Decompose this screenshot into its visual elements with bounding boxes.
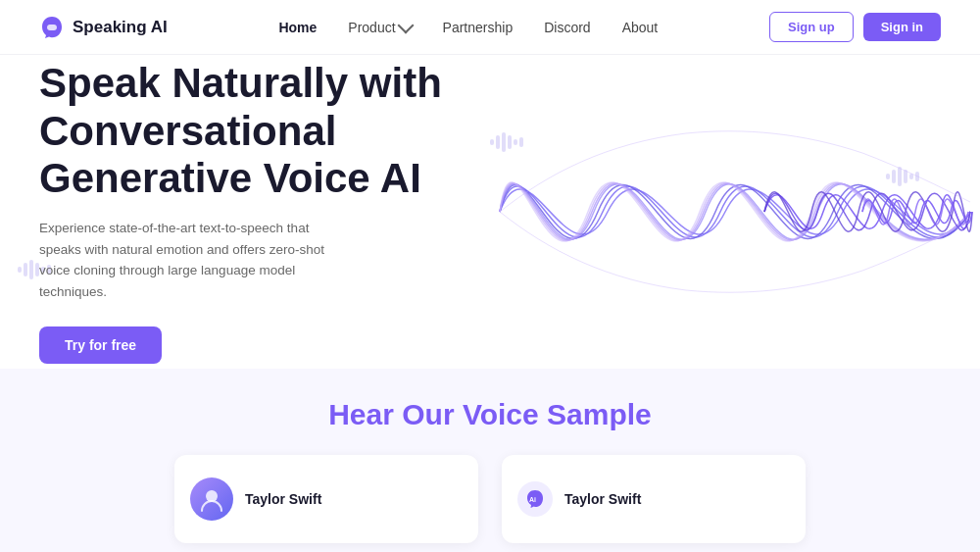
nav-about[interactable]: About bbox=[622, 20, 659, 35]
signup-button[interactable]: Sign up bbox=[769, 12, 854, 42]
hero-section: Speak Naturally with Conversational Gene… bbox=[0, 55, 980, 369]
nav-discord[interactable]: Discord bbox=[544, 20, 590, 35]
voice-cards-row: Taylor Swift Ai Taylor Swift bbox=[39, 455, 941, 543]
card-1-name: Taylor Swift bbox=[245, 491, 321, 507]
voice-card-1[interactable]: Taylor Swift bbox=[174, 455, 478, 543]
logo-icon bbox=[39, 15, 65, 40]
logo[interactable]: Speaking AI bbox=[39, 15, 168, 40]
navbar: Speaking AI Home Product Partnership Dis… bbox=[0, 0, 980, 55]
card-2-name: Taylor Swift bbox=[564, 491, 641, 507]
try-free-button[interactable]: Try for free bbox=[39, 326, 162, 364]
svg-rect-13 bbox=[24, 263, 27, 276]
hero-title: Speak Naturally with Conversational Gene… bbox=[39, 60, 510, 202]
svg-rect-14 bbox=[29, 260, 33, 279]
nav-product[interactable]: Product bbox=[348, 20, 411, 35]
nav-actions: Sign up Sign in bbox=[769, 12, 941, 42]
card-1-info: Taylor Swift bbox=[245, 491, 321, 507]
hero-content: Speak Naturally with Conversational Gene… bbox=[39, 60, 510, 363]
voice-section-title: Hear Our Voice Sample bbox=[39, 398, 941, 431]
nav-links: Home Product Partnership Discord About bbox=[278, 20, 658, 35]
nav-home[interactable]: Home bbox=[278, 20, 317, 35]
chevron-down-icon bbox=[397, 18, 414, 34]
card-2-logo: Ai bbox=[517, 481, 553, 517]
svg-text:Ai: Ai bbox=[529, 496, 536, 503]
hero-subtitle: Experience state-of-the-art text-to-spee… bbox=[39, 218, 343, 302]
card-2-info: Taylor Swift bbox=[564, 491, 641, 507]
signin-button[interactable]: Sign in bbox=[863, 13, 941, 41]
nav-partnership[interactable]: Partnership bbox=[443, 20, 514, 35]
voice-card-2[interactable]: Ai Taylor Swift bbox=[502, 455, 806, 543]
svg-rect-12 bbox=[18, 267, 22, 273]
voice-section: Hear Our Voice Sample Taylor Swift Ai bbox=[0, 369, 980, 552]
logo-text: Speaking AI bbox=[73, 18, 168, 37]
avatar-1 bbox=[190, 477, 233, 521]
hero-waveform bbox=[490, 75, 980, 349]
